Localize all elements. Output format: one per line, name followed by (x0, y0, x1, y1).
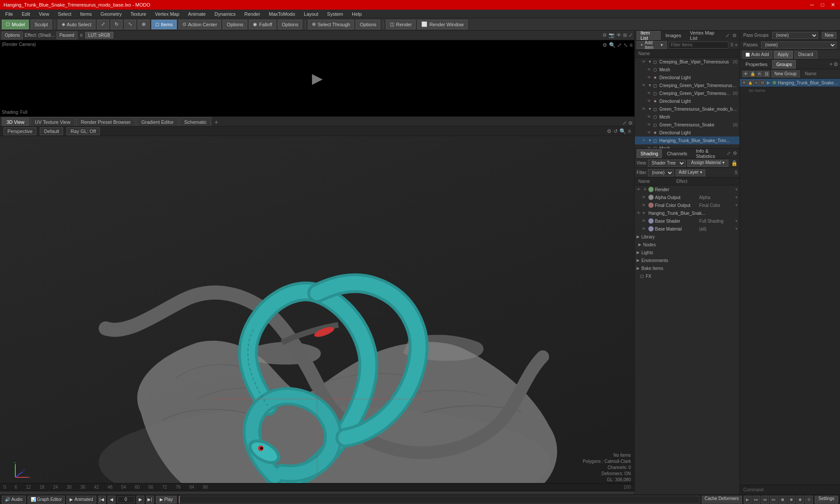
g-render-icon[interactable]: R (754, 80, 759, 85)
tab-groups[interactable]: Groups (772, 60, 796, 69)
icon-settings[interactable]: ⚙ (602, 32, 607, 38)
paused-button[interactable]: Paused (56, 32, 77, 39)
filter-select[interactable]: (none) (648, 169, 674, 176)
expand-icon[interactable]: ▼ (648, 83, 652, 88)
menu-item-dynamics[interactable]: Dynamics (211, 10, 239, 18)
assign-material-button[interactable]: Assign Material ▾ (687, 160, 728, 167)
g-eye-icon[interactable]: 👁 (742, 80, 747, 85)
shading-content[interactable]: 👁 ▼ Render ▾ 👁 Alpha Output Alpha ▾ (635, 186, 739, 494)
status-icon-6[interactable]: ⏺ (788, 496, 795, 504)
list-item[interactable]: 👁 ◻ Green_Trimeresurus_Snake (2) (635, 121, 739, 129)
graph-editor-button[interactable]: 📊 Graph Editor (28, 496, 65, 504)
items-button[interactable]: ◻ Items (151, 20, 177, 29)
settings-button[interactable]: Settings (815, 496, 838, 504)
eye-icon[interactable]: 👁 (642, 195, 647, 200)
viewport-expand-icon[interactable]: ⤢ (623, 120, 626, 126)
viewport-settings-icon[interactable]: ⚙ (628, 120, 633, 126)
list-item[interactable]: 👁 ▼ ◻ Creeping_Green_Viper_Trimeresurus_… (635, 81, 739, 89)
auto-add-button[interactable]: Auto Add (742, 51, 772, 59)
eye-icon[interactable]: 👁 (637, 187, 642, 192)
options-button-2[interactable]: Options (278, 20, 302, 29)
effect-arrow[interactable]: ▾ (735, 203, 738, 207)
shader-row-final[interactable]: 👁 Final Color Output Final Color ▾ (635, 201, 739, 209)
icon-eye[interactable]: 👁 (616, 32, 621, 38)
ng-lock-icon[interactable]: 🔒 (749, 71, 756, 77)
falloff-button[interactable]: ◉ Falloff (249, 20, 276, 29)
play-button[interactable]: ▶ Play (156, 496, 177, 504)
back-button[interactable]: ◀ (108, 496, 116, 504)
render-button[interactable]: ◫ Render (386, 20, 416, 29)
shader-section-lights[interactable]: ▶ Lights (635, 248, 739, 256)
maximize-button[interactable]: □ (819, 1, 826, 8)
list-item[interactable]: 👁 ▼ ◻ Creeping_Blue_Viper_Trimeresurus (… (635, 58, 739, 66)
tab-uv-texture[interactable]: UV Texture View (30, 117, 75, 126)
section-arrow[interactable]: ▶ (638, 242, 641, 247)
minimize-button[interactable]: ─ (808, 1, 816, 8)
shader-section-library[interactable]: ▶ Library (635, 233, 739, 241)
expand-icon[interactable]: ▼ (643, 187, 647, 192)
animated-button[interactable]: ▶ Animated (66, 496, 96, 504)
eye-icon[interactable]: 👁 (642, 219, 647, 223)
item-list-content[interactable]: 👁 ▼ ◻ Creeping_Blue_Viper_Trimeresurus (… (635, 58, 739, 148)
ng-render-icon[interactable]: R (756, 71, 763, 77)
eye-icon[interactable]: 👁 (642, 83, 647, 88)
select-through-button[interactable]: ⊕ Select Through (308, 20, 354, 29)
effect-arrow[interactable]: ▾ (735, 219, 738, 223)
groups-list[interactable]: 👁 🔒 R ⛓ ▶ Hanging_Trunk_Blue_Snake_... N… (740, 79, 840, 485)
discard-button[interactable]: Discard (794, 51, 817, 59)
list-item[interactable]: 👁 ☀ Directional Light (635, 97, 739, 105)
shader-row-base-shader[interactable]: 👁 Base Shader Full Shading ▾ (635, 217, 739, 225)
tab-images[interactable]: Images (662, 31, 685, 40)
props-settings-icon[interactable]: ⚙ (833, 61, 838, 67)
auto-add-checkbox[interactable] (746, 52, 750, 57)
status-icon-3[interactable]: ⏮ (761, 496, 769, 504)
eye-icon[interactable]: 👁 (647, 75, 652, 80)
add-layer-button[interactable]: Add Layer ▾ (676, 169, 705, 176)
add-item-button[interactable]: + Add Item ▾ (637, 41, 667, 49)
filter-expand-button[interactable]: ≡ (735, 42, 738, 47)
list-item[interactable]: 👁 ☀ Directional Light (635, 74, 739, 81)
ng-eye-icon[interactable]: 👁 (742, 71, 749, 77)
preview-zoom-icon[interactable]: 🔍 (609, 42, 616, 48)
pass-groups-select[interactable]: (none) (772, 32, 818, 39)
forward-button[interactable]: ▶ (136, 496, 144, 504)
sculpt-button[interactable]: Sculpt (31, 20, 52, 29)
tab-gradient-editor[interactable]: Gradient Editor (136, 117, 178, 126)
shader-section-environments[interactable]: ▶ Environments (635, 256, 739, 264)
shader-section-bake[interactable]: ▶ Bake Items (635, 264, 739, 272)
list-item[interactable]: 👁 ◻ Creeping_Green_Viper_Trimeresurus (2… (635, 89, 739, 97)
new-pass-group-button[interactable]: New (822, 32, 836, 39)
ng-link-icon[interactable]: ⛓ (763, 71, 770, 77)
tab-add-button[interactable]: + (212, 118, 220, 126)
shader-section-nodes[interactable]: ▶ Nodes (635, 241, 739, 248)
icon-camera[interactable]: 📷 (609, 32, 615, 38)
shader-row-render[interactable]: 👁 ▼ Render ▾ (635, 186, 739, 193)
menu-item-system[interactable]: System (324, 10, 347, 18)
scene-3d[interactable]: X Y Z No Items Polygons : Catmull-Clark … (0, 136, 634, 483)
panel-settings-icon[interactable]: ⚙ (732, 32, 738, 39)
vp-settings-icon[interactable]: ⚙ (607, 128, 612, 134)
transform-btn-3[interactable]: ⤡ (124, 20, 136, 29)
menu-item-view[interactable]: View (35, 10, 53, 18)
eye-icon[interactable]: 👁 (647, 91, 652, 95)
shader-tree-select[interactable]: Shader Tree (648, 160, 686, 167)
eye-icon[interactable]: 👁 (637, 211, 640, 215)
eye-icon[interactable]: 👁 (647, 130, 652, 135)
tab-info-stats[interactable]: Info & Statistics (692, 149, 725, 158)
shading-S-button[interactable]: S (735, 170, 738, 175)
menu-item-maxtomodo[interactable]: MaxToModo (266, 10, 299, 18)
vp-zoom-icon[interactable]: 🔍 (620, 128, 626, 134)
command-area[interactable]: Command (740, 485, 840, 494)
timeline-area[interactable] (178, 496, 700, 504)
menu-item-render[interactable]: Render (241, 10, 264, 18)
preview-settings-icon[interactable]: ⚙ (602, 42, 607, 48)
status-icon-4[interactable]: ⏭ (770, 496, 778, 504)
eye-icon[interactable]: 👁 (647, 115, 652, 119)
group-row[interactable]: 👁 🔒 R ⛓ ▶ Hanging_Trunk_Blue_Snake_... (740, 79, 840, 87)
menu-item-items[interactable]: Items (77, 10, 95, 18)
eye-icon[interactable]: 👁 (647, 122, 652, 127)
menu-item-help[interactable]: Help (348, 10, 365, 18)
tab-channels[interactable]: Channels (663, 149, 691, 158)
group-expand-icon[interactable]: ▶ (767, 80, 770, 85)
tab-3d-view[interactable]: 3D View (2, 117, 29, 126)
